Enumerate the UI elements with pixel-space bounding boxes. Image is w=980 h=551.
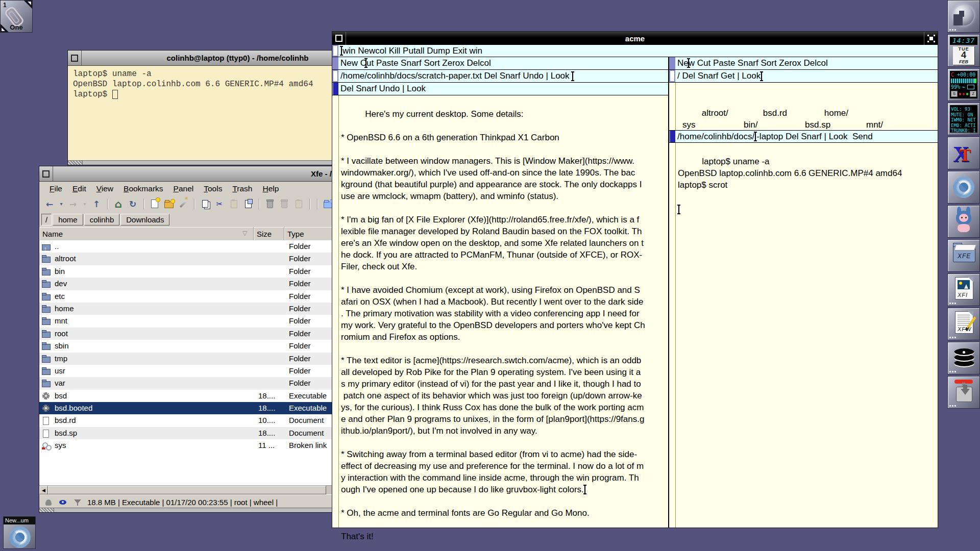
copy-button[interactable] xyxy=(199,198,211,210)
forward-history-caret[interactable]: ▾ xyxy=(81,198,88,210)
trash-button[interactable] xyxy=(264,198,276,210)
miniaturize-button[interactable] xyxy=(68,51,82,65)
acme-window-tag-root-dir[interactable]: / Del Snarf Get | Look xyxy=(669,70,938,83)
back-history-caret[interactable]: ▾ xyxy=(58,198,65,210)
acme-window-tag-win[interactable]: /home/colinhb/docs/-laptop Del Snarf | L… xyxy=(669,130,938,143)
standby-button[interactable]: Z xyxy=(970,91,976,97)
launcher-dots-icon xyxy=(949,303,951,304)
toolbar-separator xyxy=(194,198,194,210)
toolbar-separator xyxy=(317,198,317,210)
acme-dir-body[interactable]: altroot/bsd.rdhome/sysbin/bsd.spmnt/tmp/… xyxy=(669,83,938,130)
dock-tile-detonator-app[interactable] xyxy=(947,376,980,409)
dock-tile-wmaker[interactable] xyxy=(947,0,980,33)
refresh-button[interactable]: ↻ xyxy=(127,198,139,210)
dock-tile-wminfo[interactable]: VOL: 93MUTE: ONIWM0: NETEM0: ACTITRUNK0:… xyxy=(947,103,980,135)
acme-window-tag-scratch-paper[interactable]: /home/colinhb/docs/scratch-paper.txt Del… xyxy=(332,70,668,83)
calendar-month: FEB xyxy=(953,59,974,64)
info-line: MUTE: ON xyxy=(951,112,976,118)
battery-icon xyxy=(967,85,974,89)
acme-column-tag[interactable]: New Cut Paste Snarf Sort Zerox Delcol xyxy=(669,57,938,70)
menu-item[interactable]: Trash xyxy=(227,183,257,194)
menu-item[interactable]: File xyxy=(44,183,67,194)
acme-window-tag-untitled[interactable]: Del Snarf Undo | Look xyxy=(332,83,668,95)
launcher-dots-icon xyxy=(949,405,951,407)
menu-item[interactable]: Edit xyxy=(67,183,91,194)
show-hidden-files-icon[interactable] xyxy=(44,498,54,506)
path-button[interactable]: colinhb xyxy=(84,214,120,226)
path-button[interactable]: home xyxy=(53,214,83,226)
acme-scroll-box[interactable] xyxy=(669,70,675,82)
menu-item[interactable]: Tools xyxy=(199,183,227,194)
dir-entry[interactable]: mnt/ xyxy=(866,119,927,131)
close-button[interactable] xyxy=(924,32,938,45)
acme-scroll-box[interactable] xyxy=(669,131,675,142)
dir-entry[interactable]: home/ xyxy=(824,107,886,119)
miniaturize-button[interactable] xyxy=(39,166,53,181)
workspace-clip[interactable]: 1 One xyxy=(0,0,33,33)
path-button[interactable]: / xyxy=(41,214,52,226)
dock-tile-wmclock[interactable]: 14:37 TUE 4 FEB xyxy=(947,34,980,67)
new-link-button[interactable] xyxy=(177,198,189,210)
column-header-size[interactable]: Size xyxy=(254,227,284,240)
menu-item[interactable]: Bookmarks xyxy=(118,183,168,194)
dock-tile-bunny-app[interactable] xyxy=(947,205,980,238)
battery-monitor-panel: C +00:00 99%⌁ S Z xyxy=(950,71,977,98)
new-folder-button[interactable] xyxy=(163,198,175,210)
acme-text-body[interactable]: Here's my current desktop. Some details:… xyxy=(332,95,668,528)
acme-scroll-box[interactable] xyxy=(332,83,338,95)
menu-item[interactable]: Help xyxy=(257,183,284,194)
menu-item[interactable]: View xyxy=(91,183,118,194)
calendar-page: TUE 4 FEB xyxy=(953,46,974,65)
dock-tile-discs-app[interactable] xyxy=(947,342,980,374)
up-button[interactable]: ↑ xyxy=(90,198,103,210)
acme-column-box[interactable] xyxy=(332,57,338,69)
menu-item[interactable]: Panel xyxy=(168,183,199,194)
acme-column-tag[interactable]: New Cut Paste Snarf Sort Zerox Delcol xyxy=(332,57,668,70)
dock-tile-xfe[interactable]: XFE xyxy=(947,239,980,272)
acme-win-body[interactable]: laptop$ uname -a OpenBSD laptop.colinhb.… xyxy=(669,143,938,528)
dir-entry[interactable]: bsd.sp xyxy=(805,119,866,131)
dir-entry[interactable]: sys xyxy=(682,119,744,131)
dock-tile-xfi[interactable]: XFI xyxy=(947,273,980,306)
scroll-left-button[interactable]: ◀ xyxy=(39,486,48,494)
file-type-icon xyxy=(42,267,51,276)
column-header-name[interactable]: Name ▽ xyxy=(39,227,254,240)
miniaturize-button[interactable] xyxy=(332,32,346,45)
new-file-icon xyxy=(151,199,158,208)
properties-button[interactable] xyxy=(242,198,254,210)
file-type-icon xyxy=(42,305,51,313)
acme-scrollbar[interactable] xyxy=(332,95,339,528)
clip-next-workspace-button[interactable] xyxy=(24,1,32,9)
suspend-button[interactable]: S xyxy=(951,91,958,97)
trash-empty-button[interactable] xyxy=(292,198,305,210)
dir-entry[interactable]: altroot/ xyxy=(702,107,763,119)
acme-scrollbar[interactable] xyxy=(669,143,676,528)
acme-scroll-box[interactable] xyxy=(332,70,338,82)
dir-entry[interactable]: bsd.rd xyxy=(763,107,824,119)
launcher-dots-icon xyxy=(949,337,951,338)
dock-tile-xfw[interactable]: XFW xyxy=(947,308,980,340)
forward-button[interactable]: → xyxy=(67,198,79,210)
dir-entry[interactable]: bin/ xyxy=(744,119,805,131)
show-thumbnails-icon[interactable] xyxy=(59,498,68,506)
dock-tile-chromium[interactable] xyxy=(947,171,980,204)
cut-button[interactable]: ✂ xyxy=(213,198,226,210)
minimized-chromium-window[interactable]: New...um xyxy=(3,516,36,549)
launcher-dots-icon xyxy=(949,29,951,31)
trash-restore-button[interactable] xyxy=(278,198,290,210)
dock-tile-xterm[interactable]: X T xyxy=(947,137,980,169)
dock-tile-wmapm[interactable]: C +00:00 99%⌁ S Z xyxy=(947,68,980,101)
home-button[interactable]: ⌂ xyxy=(112,198,125,210)
acme-layout-box[interactable] xyxy=(332,45,338,57)
acme-main-tag[interactable]: win Newcol Kill Putall Dump Exit win xyxy=(332,45,938,57)
path-button[interactable]: Downloads xyxy=(120,214,169,226)
scrollbar-thumb[interactable] xyxy=(48,486,326,494)
back-button[interactable]: ← xyxy=(43,198,56,210)
paste-button[interactable] xyxy=(228,198,240,210)
copy-icon xyxy=(202,200,208,208)
acme-titlebar[interactable]: acme xyxy=(332,32,938,45)
new-file-button[interactable] xyxy=(149,198,161,210)
acme-column-box[interactable] xyxy=(669,57,675,69)
charge-time: +00:00 xyxy=(957,72,975,78)
filter-icon[interactable] xyxy=(73,498,82,506)
